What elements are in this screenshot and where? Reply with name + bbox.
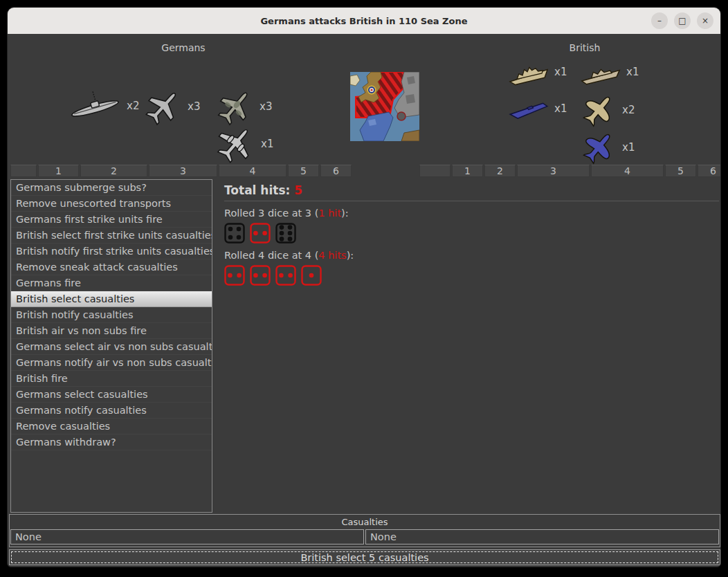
battle-step-item[interactable]: Germans fire [11,275,212,291]
unit-german-fighter: x3 [143,86,200,127]
titlebar: Germans attacks British in 110 Sea Zone … [8,8,720,34]
roll-text: Rolled 3 dice at 3 ( [224,208,318,219]
total-hits-value: 5 [294,183,302,197]
dice-row [224,223,720,244]
maximize-button[interactable]: □ [674,12,691,29]
minimize-button[interactable]: – [651,12,668,29]
battle-step-item[interactable]: Germans first strike units fire [11,212,212,228]
dice-strip-column-4: 4 [219,165,286,177]
submarine-icon [67,89,122,122]
die-hit [301,265,322,286]
dice-strip-column-3: 3 [517,165,590,177]
dice-strip-column-5: 5 [288,165,319,177]
battle-window: Germans attacks British in 110 Sea Zone … [7,7,721,567]
unit-count: x2 [127,100,139,112]
die-hit [250,265,271,286]
unit-german-tactical-bomber: x3 [215,86,272,127]
die-miss [275,223,296,244]
attacker-dice-strip: 123456 [10,165,352,178]
unit-count: x3 [188,100,200,113]
battle-step-item[interactable]: Remove casualties [11,419,212,434]
unit-count: x1 [261,138,273,150]
sea-zone-map-thumbnail [350,72,419,141]
roll-hits: 1 hit [318,208,341,219]
dice-strip-column-blank [10,165,37,177]
dice-row [224,265,720,286]
battle-step-item[interactable]: Germans select air vs non subs casualtie… [11,339,212,355]
window-title: Germans attacks British in 110 Sea Zone [260,16,467,26]
fighter-icon [579,128,618,167]
die-hit [275,265,296,286]
die-hit [250,223,271,244]
unit-count: x3 [260,100,272,113]
select-casualties-button[interactable]: British select 5 casualties [9,549,720,565]
attacker-casualties-value: None [10,529,364,544]
battle-steps-panel: Germans submerge subs?Remove unescorted … [10,179,212,513]
total-hits: Total hits: 5 [224,183,719,201]
dice-strip-column-1: 1 [38,165,79,177]
unit-count: x2 [622,104,635,116]
dice-strip-column-2: 2 [80,165,147,177]
roll-text: ): [347,250,354,261]
battle-step-item[interactable]: Germans select casualties [11,387,212,403]
roll-group-1: Rolled 4 dice at 4 (4 hits): [224,250,720,286]
casualties-title: Casualties [10,515,720,529]
battle-step-item[interactable]: British select first strike units casual… [11,228,212,244]
cruiser-icon [579,57,622,87]
bomber-icon [214,124,257,164]
roll-description: Rolled 4 dice at 4 (4 hits): [224,250,720,261]
close-button[interactable]: × [697,12,713,29]
battle-step-item[interactable]: Remove unescorted transports [11,196,212,212]
carrier-icon [507,93,550,124]
dice-strip-column-3: 3 [149,165,217,177]
unit-count: x1 [626,66,639,78]
unit-british-cruiser: x1 [579,57,639,87]
battle-steps-list: Germans submerge subs?Remove unescorted … [11,180,212,450]
unit-british-fighter: x2 [579,91,635,129]
unit-german-submarine: x2 [67,89,139,122]
fighter-icon [143,86,183,127]
battle-step-item[interactable]: British select casualties [11,291,212,307]
battle-area: Germans British x2 x3 x3 x1 [8,34,721,165]
dice-strip-column-4: 4 [591,165,664,177]
roll-text: ): [341,208,349,219]
die-hit [224,265,245,286]
roll-hits: 4 hits [318,250,346,261]
casualties-panel: Casualties None None [9,514,720,547]
roll-text: Rolled 4 dice at 4 ( [224,250,318,261]
unit-count: x1 [554,102,567,115]
tactical-bomber-icon [215,86,255,127]
unit-german-bomber: x1 [214,124,273,164]
unit-blue-fighter: x1 [579,128,635,167]
battleship-icon [507,57,550,87]
battle-step-item[interactable]: Germans notify air vs non subs casualtie… [11,355,212,371]
battle-step-item[interactable]: Germans notify casualties [11,403,212,419]
battle-step-item[interactable]: British fire [11,371,212,387]
battle-step-item[interactable]: Germans submerge subs? [11,180,212,196]
dice-strip-column-2: 2 [484,165,516,177]
battle-step-item[interactable]: British notify first strike units casual… [11,244,212,259]
battle-step-item[interactable]: British notify casualties [11,307,212,323]
battle-step-item[interactable]: British air vs non subs fire [11,323,212,339]
dice-strip-column-6: 6 [320,165,352,177]
unit-carrier: x1 [507,93,567,124]
unit-count: x1 [622,141,635,154]
dice-strip-column-6: 6 [698,165,721,177]
dice-strip-column-5: 5 [665,165,696,177]
attacker-name: Germans [142,42,225,53]
unit-british-battleship: x1 [507,57,567,87]
dice-strip-column-blank [419,165,451,177]
defender-dice-strip: 123456 [419,165,721,178]
roll-description: Rolled 3 dice at 3 (1 hit): [224,208,720,219]
unit-count: x1 [554,66,567,78]
battle-step-item[interactable]: Germans withdraw? [11,434,212,450]
die-miss [224,223,245,244]
total-hits-label: Total hits: [224,183,290,197]
roll-group-0: Rolled 3 dice at 3 (1 hit): [224,208,720,244]
dice-details-panel: Total hits: 5 Rolled 3 dice at 3 (1 hit)… [215,179,720,513]
fighter-icon [579,91,618,129]
defender-casualties-value: None [365,529,719,544]
defender-name: British [543,42,626,53]
dice-strip-column-1: 1 [452,165,483,177]
battle-step-item[interactable]: Remove sneak attack casualties [11,259,212,275]
